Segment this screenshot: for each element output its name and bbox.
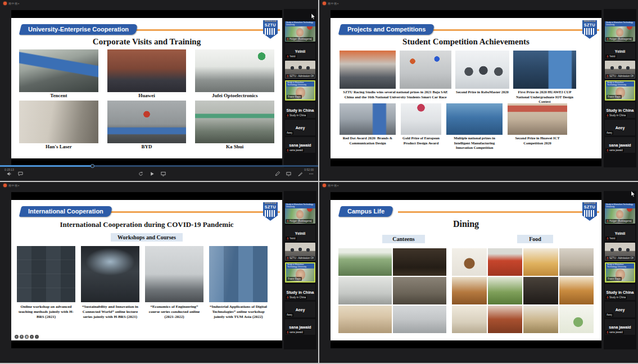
- participant-tile[interactable]: Study in China Study in China: [285, 284, 315, 300]
- participant-label: Franz Raps: [287, 95, 302, 99]
- participant-tile[interactable]: Study in Shenzhen Technology University …: [605, 80, 635, 101]
- grid-cell: BYD: [107, 101, 187, 150]
- video-progress-bar[interactable]: [0, 165, 318, 167]
- mic-muted-icon: [287, 114, 289, 117]
- participant-tile[interactable]: SZTU - Admission Offi...: [285, 61, 315, 79]
- photo-food: [523, 306, 558, 333]
- photo-hans-laser: [19, 101, 98, 143]
- participant-label: Aeey: [605, 313, 613, 317]
- mic-muted-icon: [607, 38, 609, 41]
- shared-screen-video[interactable]: Campus Life 深圳技术大学 SZTU Dining Canteens …: [331, 192, 601, 348]
- slide-projects-competitions: Projects and Competitions 深圳技术大学 SZTU St…: [331, 18, 601, 158]
- participant-tile[interactable]: SZTU - Admission Offi...: [285, 243, 315, 261]
- participant-tile[interactable]: Yeinii Yeinii: [285, 225, 315, 241]
- participant-label: Study in China: [605, 113, 627, 117]
- grid-cell: Han's Laser: [19, 101, 98, 150]
- caption-tum-asia: “Industrial Applications of Digital Tech…: [209, 304, 268, 320]
- mic-muted-icon: [607, 114, 609, 117]
- company-photo-grid: Tencent Huawei Jufei Optoelectronics Han…: [19, 49, 274, 150]
- sztu-logo-text: SZTU: [582, 23, 597, 28]
- volume-icon[interactable]: [7, 171, 12, 176]
- slide-title: Student Competition Achievements: [331, 37, 601, 47]
- brush-icon[interactable]: [297, 171, 302, 176]
- annotation-zoom-out-icon[interactable]: −: [35, 335, 39, 339]
- participant-tile[interactable]: Study in Shenzhen Technology University …: [605, 21, 635, 42]
- window-university-enterprise: 画中画+ University-Enterprise Cooperation 深…: [0, 0, 318, 181]
- annotation-zoom-in-icon[interactable]: +: [30, 335, 34, 339]
- participant-tile[interactable]: Aeey Aeey: [605, 302, 635, 317]
- shared-screen-video[interactable]: University-Enterprise Cooperation 深圳技术大学…: [11, 10, 282, 166]
- participant-tile[interactable]: Aeey Aeey: [285, 120, 315, 135]
- shared-screen-video[interactable]: International Cooperation 深圳技术大学 SZTU In…: [11, 192, 282, 348]
- pen-icon[interactable]: [275, 171, 280, 176]
- participant-tile[interactable]: Yeinii Yeinii: [285, 43, 315, 59]
- participant-tile[interactable]: sana jawaid sana jawaid: [605, 319, 635, 335]
- participant-tile[interactable]: Study in China Study in China: [285, 102, 315, 118]
- photo-food: [452, 248, 487, 276]
- caption-huawei-cup: First Prize in 2020 HUAWEI CUP National …: [513, 90, 576, 104]
- participant-tile[interactable]: Study in Shenzhen Technology University …: [285, 21, 315, 42]
- participant-label: SZTU - Admission Offi...: [286, 256, 315, 260]
- participant-label: Aeey: [605, 131, 613, 135]
- caption-tencent: Tencent: [19, 92, 98, 99]
- caption-intelligent-mfg: Multiple national prizes in Intelligent …: [446, 136, 503, 151]
- annotation-add-icon[interactable]: +: [15, 335, 19, 339]
- caption-hbrs-lectures: “Sustainability and Innovation in Connec…: [81, 304, 139, 320]
- grid-cell: Tencent: [19, 49, 98, 99]
- photo-huawei-cup-hall: [513, 51, 576, 89]
- screen-share-icon[interactable]: [161, 171, 166, 176]
- participant-label: Holger (Bukkagena): [605, 219, 633, 223]
- participant-tile[interactable]: SZTU - Admission Offi...: [605, 61, 635, 79]
- participant-tile[interactable]: Aeey Aeey: [605, 120, 635, 135]
- slide-title: Dining: [331, 219, 601, 229]
- tile-university-banner: Study in Shenzhen Technology University: [606, 81, 634, 87]
- participants-sidebar: Study in Shenzhen Technology University …: [284, 191, 316, 349]
- mic-muted-icon: [607, 55, 609, 58]
- mic-muted-icon: [607, 331, 609, 334]
- mic-muted-icon: [287, 220, 289, 223]
- participant-tile[interactable]: sana jawaid sana jawaid: [285, 319, 315, 335]
- more-icon[interactable]: [309, 171, 314, 176]
- section-banner: Projects and Competitions: [338, 24, 435, 35]
- workshop-captions: Online workshop on advanced teaching met…: [17, 304, 268, 320]
- participant-label: Holger (Bukkagena): [605, 37, 633, 41]
- participant-label: Yeinii: [286, 54, 297, 58]
- participant-tile[interactable]: Aeey Aeey: [285, 302, 315, 317]
- participant-tile[interactable]: Yeinii Yeinii: [605, 43, 635, 59]
- progress-fill: [0, 165, 92, 167]
- mic-muted-icon: [607, 149, 609, 152]
- participant-tile[interactable]: sana jawaid sana jawaid: [605, 137, 635, 153]
- participants-strip: Study in Shenzhen Technology University …: [284, 203, 316, 335]
- photo-canteen: [393, 306, 446, 333]
- food-badge: Food: [517, 235, 553, 243]
- annotation-grid-icon[interactable]: ▦: [25, 335, 29, 339]
- annotation-text-icon[interactable]: A: [20, 335, 24, 339]
- photo-baja-sae-team: [340, 51, 396, 89]
- participant-tile[interactable]: Study in China Study in China: [605, 284, 635, 300]
- shared-screen-video[interactable]: Projects and Competitions 深圳技术大学 SZTU St…: [331, 10, 601, 166]
- rotate-icon[interactable]: [138, 171, 143, 176]
- participant-tile[interactable]: Study in Shenzhen Technology University …: [285, 80, 315, 101]
- window-campus-life: 画中画+ Campus Life 深圳技术大学 SZTU Dining Cant…: [319, 182, 638, 363]
- participant-tile[interactable]: Yeinii Yeinii: [605, 225, 635, 241]
- slide-international-cooperation: International Cooperation 深圳技术大学 SZTU In…: [11, 200, 282, 340]
- participant-tile[interactable]: Study in Shenzhen Technology University …: [285, 262, 315, 283]
- participants-sidebar: Study in Shenzhen Technology University …: [284, 9, 316, 167]
- participant-tile[interactable]: Study in Shenzhen Technology University …: [285, 203, 315, 224]
- participant-label: Franz Raps: [607, 277, 622, 281]
- chat-icon[interactable]: [18, 171, 23, 176]
- monitor-icon[interactable]: [286, 171, 291, 176]
- participant-label: Aeey: [286, 313, 293, 317]
- photo-economics-course: [145, 246, 203, 302]
- participant-tile[interactable]: SZTU - Admission Offi...: [605, 243, 635, 261]
- play-icon[interactable]: [150, 171, 155, 176]
- participant-tile[interactable]: Study in Shenzhen Technology University …: [605, 262, 635, 283]
- recording-dot-icon: [3, 2, 7, 5]
- progress-handle[interactable]: [91, 164, 94, 168]
- participant-tile[interactable]: Study in Shenzhen Technology University …: [605, 203, 635, 224]
- mic-muted-icon: [287, 75, 289, 78]
- tile-university-banner: Study in Shenzhen Technology University: [606, 263, 634, 269]
- participant-tile[interactable]: sana jawaid sana jawaid: [285, 137, 315, 153]
- participant-tile[interactable]: Study in China Study in China: [605, 102, 635, 118]
- participant-label: Study in China: [286, 113, 307, 117]
